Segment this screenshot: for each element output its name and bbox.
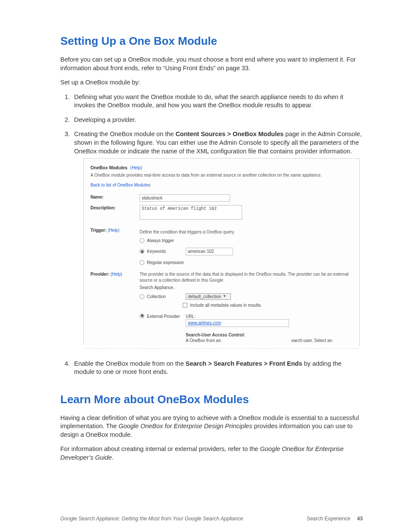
panel-title: OneBox Modules <box>90 165 128 170</box>
chevron-down-icon: ▼ <box>223 294 226 299</box>
field-label: Trigger: (Help) <box>90 227 140 233</box>
field-row-name: Name: statustrack <box>90 194 352 202</box>
heading-learn-more: Learn More about OneBox Modules <box>60 393 363 406</box>
radio-icon[interactable] <box>140 238 144 243</box>
list-item: Enable the OneBox module from on the Sea… <box>72 360 363 376</box>
name-input[interactable]: statustrack <box>140 194 230 202</box>
list-item: Developing a provider. <box>72 116 363 124</box>
text: . <box>112 454 114 461</box>
help-link[interactable]: (Help) <box>111 272 122 277</box>
document-page: Setting Up a One Box Module Before you c… <box>0 0 411 532</box>
list-item: Defining what you want the OneBox module… <box>72 93 363 110</box>
radio-label: Keywords <box>147 249 183 255</box>
radio-option-collection[interactable]: Collection default_collection ▼ <box>140 293 352 300</box>
radio-icon[interactable] <box>140 294 144 299</box>
radio-option-always[interactable]: Always trigger <box>140 238 352 244</box>
trigger-note: Define the condition that triggers a One… <box>140 229 352 235</box>
help-link[interactable]: (Help) <box>108 228 119 233</box>
footer-section: Search Experience 43 <box>307 516 363 522</box>
field-label: Description: <box>90 205 140 211</box>
text: Search Appliance. <box>140 285 352 291</box>
collection-select[interactable]: default_collection ▼ <box>186 293 231 300</box>
admin-console-figure: OneBox Modules (Help) A OneBox module pr… <box>83 158 360 348</box>
radio-option-external[interactable]: External Provider URL: www.airlines.com … <box>140 314 352 344</box>
breadcrumb-path: Content Sources > OneBox Modules <box>175 131 283 137</box>
paragraph: Having a clear definition of what you ar… <box>60 414 363 439</box>
keywords-input[interactable]: american 102 <box>186 248 233 255</box>
paragraph: For information about creating internal … <box>60 445 363 462</box>
radio-label: External Provider <box>147 314 183 320</box>
paragraph: Before you can set up a OneBox module, y… <box>60 56 363 72</box>
heading-setup: Setting Up a One Box Module <box>60 34 363 48</box>
label-text: Trigger: <box>90 228 106 233</box>
radio-label: Collection <box>147 294 183 300</box>
footer-label: Search Experience <box>307 516 350 522</box>
page-footer: Google Search Appliance: Getting the Mos… <box>60 516 363 522</box>
list-item: Creating the OneBox module on the Conten… <box>72 130 363 348</box>
access-control-label: Search-User Access Control: <box>186 332 332 338</box>
checkbox-row-metadata[interactable]: Include all metadata values in results. <box>183 302 352 308</box>
checkbox-label: Include all metadata values in results. <box>190 302 262 308</box>
access-note-right: earch-user. Select an <box>292 338 333 344</box>
help-link[interactable]: (Help) <box>131 165 142 170</box>
field-row-trigger: Trigger: (Help) Define the condition tha… <box>90 227 352 265</box>
radio-icon[interactable] <box>140 249 144 254</box>
radio-icon[interactable] <box>140 314 144 318</box>
footer-doc-title: Google Search Appliance: Getting the Mos… <box>60 516 243 522</box>
radio-option-regex[interactable]: Regular expression <box>140 260 352 266</box>
radio-icon[interactable] <box>140 260 144 265</box>
checkbox-icon[interactable] <box>183 303 187 308</box>
panel-subtitle: A OneBox module provides real-time acces… <box>90 172 352 178</box>
field-label: Provider: (Help) <box>90 271 140 277</box>
radio-option-keywords[interactable]: Keywords american 102 <box>140 248 352 255</box>
back-link[interactable]: Back to list of OneBox Modules <box>90 182 352 188</box>
radio-label: Regular expression <box>147 260 184 266</box>
field-row-provider: Provider: (Help) The provider is the sou… <box>90 271 352 344</box>
ordered-list: Defining what you want the OneBox module… <box>60 93 363 376</box>
access-note-left: A OneBox from an <box>186 338 221 344</box>
select-value: default_collection <box>188 294 221 300</box>
text: Creating the OneBox module on the <box>74 131 175 137</box>
page-number: 43 <box>357 516 363 522</box>
breadcrumb-path: Search > Search Features > Front Ends <box>186 360 302 367</box>
label-text: Provider: <box>90 272 109 277</box>
field-label: Name: <box>90 194 140 200</box>
radio-label: Always trigger <box>147 238 174 244</box>
url-input[interactable]: www.airlines.com <box>186 319 289 327</box>
provider-note: The provider is the source of the data t… <box>140 271 352 283</box>
figure-header: OneBox Modules (Help) A OneBox module pr… <box>90 165 352 188</box>
doc-reference: Google OneBox for Enterprise Design Prin… <box>118 423 252 429</box>
paragraph: Set up a OneBox module by: <box>60 78 363 87</box>
field-row-description: Description: Status of American flight 1… <box>90 205 352 220</box>
url-label: URL: <box>186 314 332 320</box>
text: For information about creating internal … <box>60 445 260 452</box>
text: Enable the OneBox module from on the <box>74 360 186 367</box>
description-textarea[interactable]: Status of American flight 102 <box>140 205 242 220</box>
